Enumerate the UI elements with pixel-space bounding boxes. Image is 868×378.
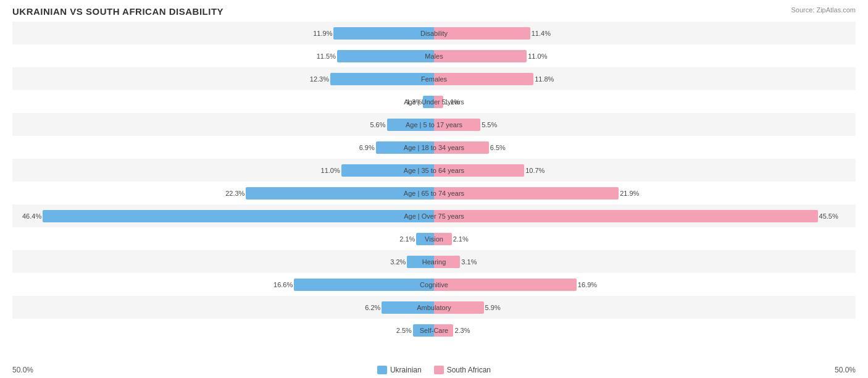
value-right: 5.5% <box>482 121 497 128</box>
legend-south-african-label: South African <box>447 366 491 374</box>
bar-right <box>434 210 818 222</box>
axis-left: 50.0% <box>12 366 33 374</box>
bar-label: Age | Under 5 years <box>404 98 464 106</box>
axis-right: 50.0% <box>835 366 856 374</box>
bar-label: Age | 35 to 64 years <box>404 166 464 175</box>
legend: Ukrainian South African <box>377 366 491 374</box>
bar-label: Ambulatory <box>417 303 451 312</box>
table-row: Age | Over 75 years46.4%45.5% <box>12 204 856 227</box>
bar-label: Age | Over 75 years <box>404 212 464 220</box>
bar-left <box>330 73 434 85</box>
value-left: 11.9% <box>313 30 332 37</box>
bar-right <box>434 27 530 40</box>
bar-left <box>294 279 434 291</box>
value-left: 12.3% <box>310 75 329 83</box>
table-row: Age | 18 to 34 years6.9%6.5% <box>12 136 856 159</box>
legend-south-african: South African <box>434 366 491 374</box>
table-row: Age | 35 to 64 years11.0%10.7% <box>12 159 856 182</box>
value-left: 2.1% <box>399 235 415 243</box>
chart-container: UKRAINIAN VS SOUTH AFRICAN DISABILITY So… <box>0 0 868 378</box>
value-left: 6.9% <box>359 144 375 151</box>
value-left: 5.6% <box>370 121 385 128</box>
bar-label: Males <box>425 52 443 61</box>
table-row: Ambulatory6.2%5.9% <box>12 296 856 319</box>
table-row: Cognitive16.6%16.9% <box>12 273 856 296</box>
value-right: 6.5% <box>490 144 506 151</box>
bar-label: Self-Care <box>420 326 448 335</box>
value-left: 22.3% <box>225 190 244 197</box>
bar-label: Age | 65 to 74 years <box>404 189 464 198</box>
value-right: 45.5% <box>819 212 838 220</box>
source-label: Source: ZipAtlas.com <box>791 6 856 14</box>
value-right: 21.9% <box>620 190 639 197</box>
legend-ukrainian: Ukrainian <box>377 366 422 374</box>
bar-label: Age | 18 to 34 years <box>404 143 464 152</box>
value-right: 2.3% <box>454 327 470 334</box>
bar-label: Age | 5 to 17 years <box>406 120 462 129</box>
legend-south-african-box <box>434 366 444 374</box>
value-right: 11.0% <box>528 52 547 60</box>
value-right: 3.1% <box>461 258 477 266</box>
table-row: Vision2.1%2.1% <box>12 227 856 250</box>
table-row: Hearing3.2%3.1% <box>12 250 856 273</box>
table-row: Self-Care2.5%2.3% <box>12 319 856 342</box>
legend-ukrainian-box <box>377 366 387 374</box>
legend-ukrainian-label: Ukrainian <box>390 366 422 374</box>
bar-left <box>337 50 434 62</box>
value-left: 16.6% <box>273 281 293 288</box>
value-left: 2.5% <box>396 327 412 334</box>
chart-area: Disability11.9%11.4%Males11.5%11.0%Femal… <box>12 22 856 342</box>
bar-label: Cognitive <box>420 280 448 289</box>
value-right: 11.4% <box>532 30 551 37</box>
bar-left <box>43 210 434 222</box>
bar-label: Females <box>421 75 447 83</box>
bar-label: Hearing <box>422 258 446 266</box>
value-left: 3.2% <box>390 258 406 266</box>
value-left: 11.5% <box>317 52 336 60</box>
value-left: 6.2% <box>365 304 380 311</box>
table-row: Males11.5%11.0% <box>12 44 856 67</box>
value-right: 11.8% <box>535 75 554 83</box>
value-right: 2.1% <box>453 235 469 243</box>
bar-left <box>333 27 434 40</box>
bar-label: Vision <box>425 235 443 243</box>
value-left: 46.4% <box>22 212 41 220</box>
bar-right <box>434 50 527 62</box>
bar-right <box>434 279 577 291</box>
table-row: Age | Under 5 years1.3%1.1% <box>12 90 856 113</box>
table-row: Age | 5 to 17 years5.6%5.5% <box>12 113 856 136</box>
bar-right <box>434 73 533 85</box>
value-right: 10.7% <box>525 167 545 174</box>
value-right: 5.9% <box>485 304 501 311</box>
table-row: Disability11.9%11.4% <box>12 22 856 44</box>
value-right: 16.9% <box>578 281 597 288</box>
bar-label: Disability <box>420 29 448 38</box>
table-row: Age | 65 to 74 years22.3%21.9% <box>12 182 856 204</box>
value-left: 11.0% <box>321 167 340 174</box>
table-row: Females12.3%11.8% <box>12 67 856 90</box>
chart-title: UKRAINIAN VS SOUTH AFRICAN DISABILITY <box>12 6 856 17</box>
